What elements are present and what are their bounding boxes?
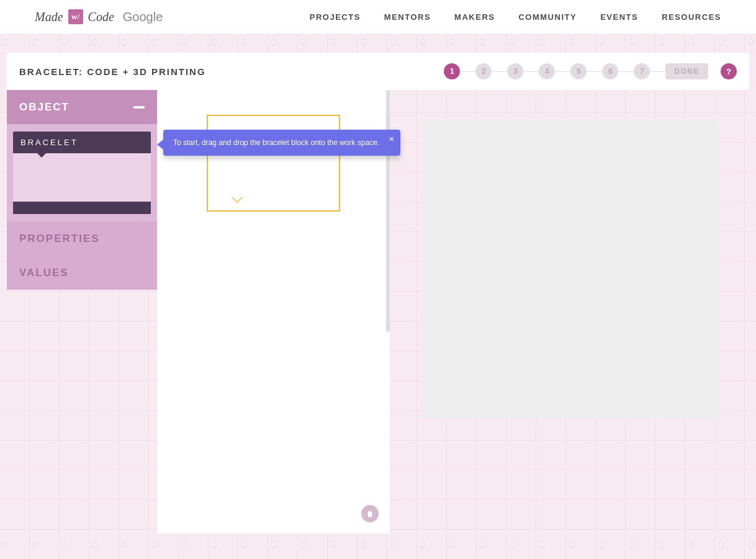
- logo[interactable]: Made w/ Code Google: [35, 9, 163, 24]
- done-button[interactable]: DONE: [665, 63, 708, 79]
- step-5[interactable]: 5: [570, 63, 587, 79]
- intro-tooltip: To start, drag and drop the bracelet blo…: [163, 130, 400, 156]
- step-1[interactable]: 1: [444, 63, 460, 79]
- workspace[interactable]: [157, 90, 390, 534]
- top-bar: Made w/ Code Google PROJECTS MENTORS MAK…: [0, 0, 756, 34]
- trash-icon: [366, 509, 374, 518]
- accordion-values[interactable]: VALUES: [7, 256, 157, 290]
- nav-projects[interactable]: PROJECTS: [310, 12, 361, 22]
- step-4[interactable]: 4: [539, 63, 555, 79]
- nav-community[interactable]: COMMUNITY: [518, 12, 577, 22]
- collapse-icon: [133, 106, 145, 109]
- step-3[interactable]: 3: [507, 63, 523, 79]
- logo-text-code: Code: [88, 10, 114, 24]
- nav-makers[interactable]: MAKERS: [454, 12, 495, 22]
- project-header: BRACELET: CODE + 3D PRINTING 1 2 3 4 5 6…: [7, 53, 749, 90]
- main-panel: BRACELET: CODE + 3D PRINTING 1 2 3 4 5 6…: [7, 53, 749, 534]
- accordion-properties[interactable]: PROPERTIES: [7, 221, 157, 256]
- accordion-properties-label: PROPERTIES: [19, 233, 100, 245]
- logo-box: w/: [68, 9, 83, 24]
- logo-google: Google: [123, 10, 163, 24]
- bracelet-block[interactable]: BRACELET: [13, 132, 151, 214]
- preview-panel: [390, 90, 749, 534]
- step-wizard: 1 2 3 4 5 6 7 DONE ?: [444, 63, 737, 79]
- accordion-object-label: OBJECT: [19, 101, 70, 114]
- project-title: BRACELET: CODE + 3D PRINTING: [19, 66, 206, 77]
- main-nav: PROJECTS MENTORS MAKERS COMMUNITY EVENTS…: [310, 12, 721, 22]
- dropzone-bottom: [207, 195, 340, 212]
- logo-text-made: Made: [35, 10, 63, 24]
- nav-resources[interactable]: RESOURCES: [662, 12, 721, 22]
- nav-mentors[interactable]: MENTORS: [384, 12, 431, 22]
- preview-canvas[interactable]: [421, 120, 719, 418]
- trash-button[interactable]: [361, 505, 379, 522]
- bracelet-block-label: BRACELET: [13, 132, 151, 153]
- accordion-values-label: VALUES: [19, 267, 69, 279]
- bracelet-block-footer: [13, 202, 151, 214]
- help-button[interactable]: ?: [721, 63, 737, 79]
- step-2[interactable]: 2: [475, 63, 492, 79]
- accordion-object[interactable]: OBJECT: [7, 90, 157, 124]
- tooltip-close-button[interactable]: ×: [389, 133, 394, 144]
- step-7[interactable]: 7: [634, 63, 650, 79]
- bracelet-block-inner: [13, 153, 151, 202]
- step-6[interactable]: 6: [602, 63, 618, 79]
- body-row: OBJECT BRACELET PROPERTIES VALUES: [7, 90, 749, 534]
- nav-events[interactable]: EVENTS: [600, 12, 638, 22]
- accordion-object-body: BRACELET: [7, 124, 157, 221]
- intro-tooltip-text: To start, drag and drop the bracelet blo…: [173, 138, 379, 147]
- blocks-sidebar: OBJECT BRACELET PROPERTIES VALUES: [7, 90, 157, 534]
